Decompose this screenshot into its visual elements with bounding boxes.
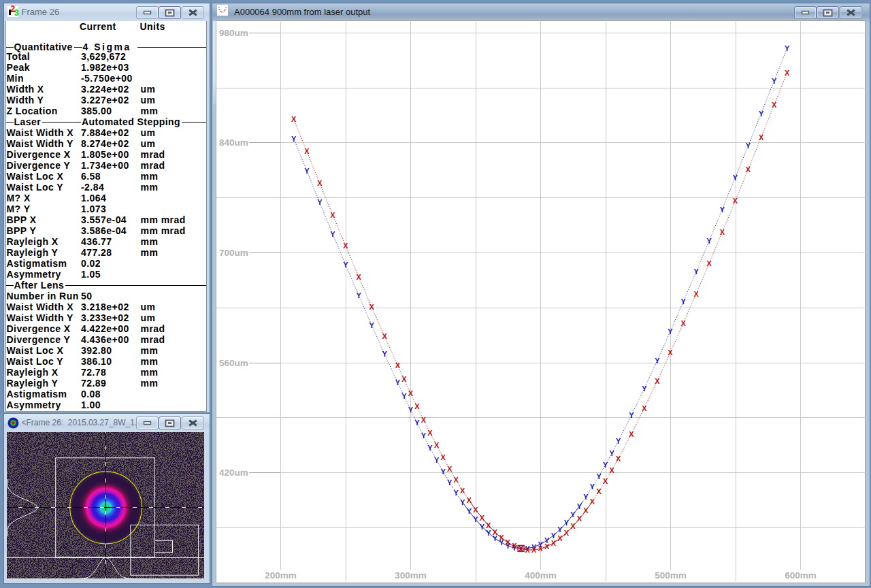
svg-text:Y: Y — [668, 327, 673, 336]
svg-text:Y: Y — [570, 511, 576, 519]
svg-text:Y: Y — [609, 449, 614, 457]
svg-text:X: X — [427, 429, 433, 437]
svg-text:Y: Y — [466, 507, 472, 515]
svg-text:X: X — [563, 529, 569, 537]
svg-text:560um: 560um — [219, 358, 248, 368]
svg-text:Y: Y — [414, 419, 420, 427]
svg-text:Y: Y — [304, 167, 310, 175]
svg-text:700um: 700um — [219, 248, 248, 258]
svg-text:Y: Y — [356, 291, 361, 299]
svg-text:X: X — [434, 441, 440, 449]
svg-text:Y: Y — [291, 135, 297, 143]
svg-text:Y: Y — [693, 267, 699, 276]
svg-text:Y: Y — [785, 44, 790, 52]
svg-text:Y: Y — [395, 378, 400, 387]
svg-text:Y: Y — [330, 230, 335, 238]
svg-text:600mm: 600mm — [785, 570, 817, 581]
svg-text:X: X — [550, 539, 556, 547]
svg-text:Y: Y — [680, 298, 686, 306]
svg-text:400mm: 400mm — [525, 570, 557, 581]
svg-text:Y: Y — [732, 174, 738, 182]
svg-text:Y: Y — [453, 489, 459, 497]
svg-text:Y: Y — [719, 206, 725, 214]
svg-text:X: X — [466, 496, 472, 504]
svg-text:420um: 420um — [219, 468, 248, 478]
svg-text:X: X — [609, 466, 614, 474]
svg-text:Y: Y — [421, 431, 426, 440]
svg-text:X: X — [759, 133, 764, 142]
svg-text:Y: Y — [440, 468, 446, 476]
svg-text:X: X — [499, 534, 504, 542]
svg-text:X: X — [512, 542, 517, 551]
svg-text:X: X — [642, 404, 647, 412]
svg-text:X: X — [706, 259, 712, 267]
svg-text:Y: Y — [369, 321, 374, 329]
svg-text:X: X — [421, 416, 426, 424]
svg-text:X: X — [291, 116, 297, 124]
svg-text:X: X — [486, 521, 491, 529]
svg-text:X: X — [589, 497, 595, 506]
svg-text:Y: Y — [382, 350, 387, 359]
svg-text:Y: Y — [563, 519, 569, 527]
svg-text:Y: Y — [447, 478, 453, 487]
svg-text:Y: Y — [706, 237, 712, 245]
svg-text:Y: Y — [434, 456, 440, 464]
svg-text:X: X — [369, 303, 374, 311]
svg-text:X: X — [401, 376, 407, 384]
svg-text:X: X — [629, 430, 634, 438]
svg-text:X: X — [525, 546, 530, 554]
svg-text:X: X — [505, 538, 510, 546]
svg-text:Y: Y — [317, 199, 323, 207]
svg-text:X: X — [544, 542, 550, 551]
svg-text:X: X — [408, 389, 413, 397]
svg-text:X: X — [460, 487, 465, 495]
svg-text:X: X — [473, 506, 478, 514]
svg-text:Y: Y — [589, 483, 595, 491]
svg-text:X: X — [596, 488, 602, 496]
svg-text:300mm: 300mm — [395, 570, 427, 581]
svg-text:Y: Y — [596, 472, 602, 480]
svg-text:Y: Y — [655, 357, 660, 365]
svg-text:X: X — [343, 242, 348, 250]
svg-text:X: X — [616, 455, 621, 463]
svg-text:X: X — [680, 320, 686, 328]
svg-text:Y: Y — [408, 406, 413, 414]
svg-text:Y: Y — [583, 493, 589, 501]
svg-text:Y: Y — [642, 385, 647, 393]
svg-text:Y: Y — [486, 529, 491, 537]
svg-text:X: X — [719, 229, 725, 237]
svg-text:Y: Y — [460, 498, 465, 506]
svg-text:X: X — [304, 148, 310, 156]
svg-text:X: X — [440, 453, 446, 461]
svg-text:X: X — [570, 523, 576, 531]
svg-text:X: X — [745, 165, 751, 174]
svg-text:500mm: 500mm — [655, 570, 687, 581]
svg-text:Y: Y — [772, 77, 777, 85]
svg-text:X: X — [785, 69, 790, 77]
svg-text:X: X — [668, 348, 673, 357]
svg-text:X: X — [447, 465, 453, 473]
svg-text:Y: Y — [343, 261, 348, 269]
svg-text:X: X — [479, 514, 484, 522]
svg-text:X: X — [603, 477, 608, 485]
svg-text:X: X — [453, 476, 459, 484]
svg-text:X: X — [330, 211, 335, 219]
svg-text:X: X — [382, 333, 387, 341]
svg-text:Y: Y — [576, 502, 582, 510]
svg-text:X: X — [317, 180, 323, 188]
svg-text:X: X — [395, 361, 400, 370]
svg-text:X: X — [583, 506, 589, 514]
svg-text:Y: Y — [479, 523, 484, 531]
svg-text:X: X — [414, 403, 420, 411]
svg-text:X: X — [557, 534, 563, 542]
svg-text:Y: Y — [629, 412, 634, 420]
svg-text:X: X — [772, 101, 777, 110]
svg-text:X: X — [531, 546, 537, 554]
svg-text:X: X — [655, 377, 660, 385]
svg-text:X: X — [732, 197, 738, 206]
svg-text:Y: Y — [473, 515, 478, 523]
svg-text:Y: Y — [427, 444, 433, 452]
svg-text:X: X — [492, 528, 497, 536]
svg-text:980um: 980um — [219, 28, 248, 38]
svg-text:X: X — [356, 273, 361, 281]
